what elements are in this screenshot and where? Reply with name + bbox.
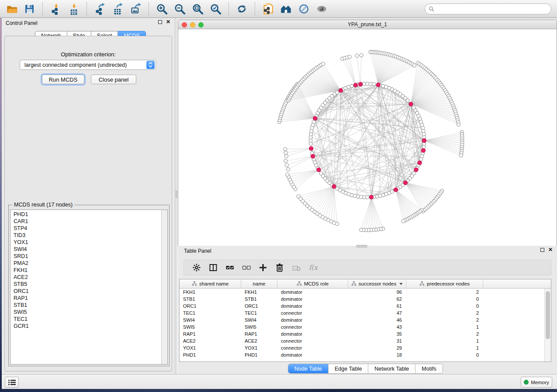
mcds-list-scrollbar[interactable]: [161, 210, 167, 364]
zoom-out-icon[interactable]: [171, 1, 189, 16]
close-table-panel-icon[interactable]: ✕: [548, 248, 553, 252]
export-image-icon[interactable]: [127, 1, 145, 16]
mcds-result-item[interactable]: GCR1: [14, 323, 161, 330]
mcds-result-item[interactable]: FKH1: [14, 267, 161, 274]
ring-node[interactable]: [356, 195, 360, 198]
mcds-hub-node[interactable]: [353, 83, 357, 87]
close-panel-button[interactable]: Close panel: [91, 75, 136, 84]
split-view-icon[interactable]: [205, 261, 221, 274]
mcds-result-item[interactable]: ACE2: [14, 274, 161, 281]
mcds-result-item[interactable]: TID3: [14, 232, 161, 239]
refresh-icon[interactable]: [233, 1, 251, 16]
zoom-selected-icon[interactable]: [207, 1, 225, 16]
satellite-node[interactable]: [285, 163, 288, 167]
memory-button[interactable]: Memory: [521, 377, 552, 388]
mcds-hub-node[interactable]: [369, 195, 373, 199]
satellite-node[interactable]: [348, 55, 351, 58]
mcds-hub-node[interactable]: [332, 185, 336, 189]
tab-edge-table[interactable]: Edge Table: [328, 364, 368, 373]
mcds-result-item[interactable]: SRD1: [14, 253, 161, 260]
table-row[interactable]: SWI4SWI4dominator462: [180, 316, 544, 323]
mcds-hub-node[interactable]: [409, 102, 413, 106]
float-panel-icon[interactable]: [158, 20, 162, 24]
show-visualization-icon[interactable]: [313, 1, 331, 16]
mcds-hub-node[interactable]: [313, 117, 317, 120]
mcds-result-item[interactable]: STB5: [14, 281, 161, 288]
mcds-hub-node[interactable]: [421, 148, 425, 152]
mcds-result-item[interactable]: SWI4: [14, 246, 161, 253]
splitter-handle[interactable]: [176, 191, 177, 198]
ring-node[interactable]: [421, 126, 425, 130]
search-input[interactable]: [434, 5, 551, 14]
export-table-icon[interactable]: [109, 1, 127, 16]
criterion-dropdown[interactable]: largest connected component (undirected): [20, 60, 156, 70]
table-row[interactable]: STB1STB1dominator620: [180, 296, 544, 303]
satellite-node[interactable]: [355, 54, 359, 57]
mcds-hub-node[interactable]: [403, 181, 407, 185]
close-panel-icon[interactable]: ✕: [166, 20, 170, 24]
satellite-node[interactable]: [287, 168, 290, 171]
column-header-MCDS-role[interactable]: MCDS role: [277, 279, 348, 288]
satellite-node[interactable]: [284, 148, 287, 151]
table-scrollbar-thumb[interactable]: [546, 291, 550, 339]
float-table-panel-icon[interactable]: [540, 248, 544, 252]
task-history-button[interactable]: [5, 377, 19, 388]
column-header-successor-nodes[interactable]: successor nodes: [348, 279, 406, 288]
mcds-result-item[interactable]: STB1: [14, 302, 161, 309]
mcds-result-item[interactable]: STP4: [14, 225, 161, 232]
ring-node[interactable]: [378, 194, 382, 198]
satellite-node[interactable]: [360, 53, 363, 57]
satellite-node[interactable]: [322, 62, 325, 65]
satellite-node[interactable]: [360, 228, 363, 232]
open-session-icon[interactable]: [3, 1, 21, 16]
table-row[interactable]: SWI5SWI5connector431: [180, 323, 544, 330]
mcds-hub-node[interactable]: [422, 138, 426, 142]
select-all-icon[interactable]: [221, 261, 238, 274]
add-row-icon[interactable]: [255, 261, 271, 274]
mcds-result-item[interactable]: CAR1: [14, 218, 161, 225]
ring-node[interactable]: [319, 172, 323, 175]
mcds-result-item[interactable]: SWI5: [14, 309, 161, 316]
deselect-all-icon[interactable]: [238, 261, 255, 274]
mcds-hub-node[interactable]: [414, 168, 418, 172]
mcds-result-item[interactable]: PHD1: [14, 211, 161, 218]
network-canvas[interactable]: [178, 29, 557, 246]
satellite-node[interactable]: [286, 173, 289, 176]
mcds-hub-node[interactable]: [376, 83, 380, 87]
table-row[interactable]: YOX1YOX1connector291: [180, 344, 544, 351]
network-graph[interactable]: [178, 29, 557, 246]
mcds-result-list[interactable]: PHD1CAR1STP4TID3YOX1SWI4SRD1PMA2FKH1ACE2…: [10, 210, 168, 364]
save-session-icon[interactable]: [21, 1, 38, 16]
table-row[interactable]: ACE2ACE2connector311: [180, 337, 544, 344]
table-row[interactable]: TEC1TEC1connector472: [180, 309, 544, 316]
tab-network-table[interactable]: Network Table: [368, 364, 415, 373]
satellite-node[interactable]: [297, 195, 300, 198]
mcds-result-item[interactable]: TEC1: [14, 316, 161, 323]
import-table-icon[interactable]: [65, 1, 83, 16]
satellite-node[interactable]: [284, 155, 288, 158]
satellite-node[interactable]: [284, 151, 287, 155]
mcds-result-item[interactable]: ORC1: [14, 288, 161, 295]
ring-node[interactable]: [336, 91, 339, 94]
run-mcds-button[interactable]: Run MCDS: [42, 75, 84, 84]
satellite-node[interactable]: [284, 159, 287, 163]
tab-node-table[interactable]: Node Table: [288, 364, 328, 373]
ring-node[interactable]: [406, 99, 409, 102]
column-header-shared-name[interactable]: shared name: [180, 279, 241, 288]
window-zoom-button[interactable]: [198, 22, 204, 28]
column-header-predecessor-nodes[interactable]: predecessor nodes: [406, 279, 483, 288]
share-document-icon[interactable]: [259, 1, 277, 16]
mcds-result-item[interactable]: YOX1: [14, 239, 161, 246]
vertical-splitter[interactable]: [175, 18, 178, 374]
ring-node[interactable]: [309, 142, 312, 145]
mcds-hub-node[interactable]: [309, 146, 313, 150]
table-scrollbar[interactable]: [544, 289, 551, 361]
hide-visualization-icon[interactable]: [295, 1, 313, 16]
delete-row-icon[interactable]: [271, 261, 288, 274]
column-header-name[interactable]: name: [241, 279, 277, 288]
mcds-hub-node[interactable]: [359, 82, 363, 86]
import-network-icon[interactable]: [47, 1, 65, 16]
satellite-node[interactable]: [401, 220, 405, 223]
satellite-node[interactable]: [459, 154, 463, 157]
window-close-button[interactable]: [182, 22, 187, 28]
